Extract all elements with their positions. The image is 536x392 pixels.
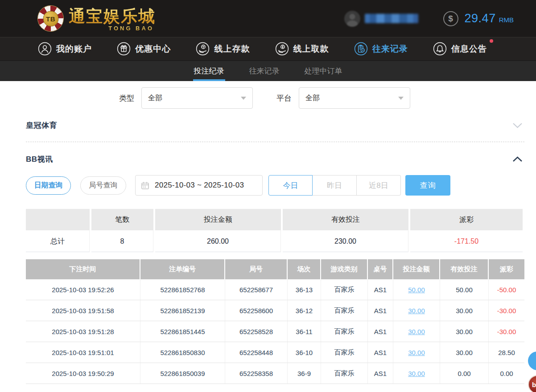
site-title: 通宝娱乐城	[69, 5, 156, 28]
bell-icon	[433, 42, 447, 56]
nav-item-announcements[interactable]: 信息公告	[433, 42, 487, 56]
summary-header-bet-amount: 投注金额	[155, 209, 281, 230]
col-round: 局号	[225, 259, 288, 279]
cell-valid: 50.00	[440, 279, 489, 300]
platform-filter-label: 平台	[276, 93, 292, 103]
summary-total-row: 总计 8 260.00 230.00 -171.50	[26, 230, 524, 252]
tab-bet-records[interactable]: 投注纪录	[194, 61, 224, 81]
cell-table-no: AS1	[368, 300, 393, 321]
site-logo[interactable]: TB 通宝娱乐城 TONG BAO	[38, 5, 156, 32]
col-session: 场次	[288, 259, 321, 279]
cell-bet-id: 522861852139	[140, 300, 225, 321]
summary-header-row: 笔数 投注金额 有效投注 派彩	[26, 209, 524, 230]
chevron-down-icon	[398, 97, 404, 100]
cell-payout: -30.00	[489, 300, 524, 321]
table-row: 2025-10-03 19:51:58 522861852139 6522586…	[26, 300, 524, 321]
bet-amount-link[interactable]: 30.00	[408, 328, 425, 335]
bet-records-table: 下注时间 注单编号 局号 场次 游戏类别 桌号 投注金额 有效投注 派彩 202…	[26, 259, 524, 384]
col-table-no: 桌号	[368, 259, 393, 279]
cell-round: 652258600	[225, 300, 288, 321]
round-query-button[interactable]: 局号查询	[80, 176, 126, 195]
bet-amount-link[interactable]: 30.00	[408, 349, 425, 356]
date-range-input[interactable]: 2025-10-03 ~ 2025-10-03	[135, 175, 263, 196]
table-header-row: 下注时间 注单编号 局号 场次 游戏类别 桌号 投注金额 有效投注 派彩	[26, 259, 524, 279]
cell-time: 2025-10-03 19:52:26	[26, 279, 140, 300]
calendar-icon	[141, 181, 149, 190]
cell-table-no: AS1	[368, 342, 393, 363]
subtab-bar: 投注纪录 往来记录 处理中订单	[0, 60, 536, 81]
search-button[interactable]: 查询	[405, 175, 450, 196]
summary-header-count: 笔数	[91, 209, 153, 230]
cell-session: 36-12	[288, 300, 321, 321]
section-bb-video: BB视讯	[26, 154, 524, 164]
cell-valid: 30.00	[440, 300, 489, 321]
cell-table-no: AS1	[368, 279, 393, 300]
cell-session: 36-11	[288, 321, 321, 342]
nav-item-deposit[interactable]: 线上存款	[196, 42, 250, 56]
gift-icon	[117, 42, 131, 56]
crown-expand-chevron-down-icon[interactable]	[512, 122, 523, 128]
table-row: 2025-10-03 19:52:26 522861852768 6522586…	[26, 279, 524, 300]
withdraw-icon	[275, 42, 289, 56]
bet-amount-link[interactable]: 50.00	[408, 286, 425, 294]
service-letter: b	[532, 381, 536, 388]
tab-transaction-records[interactable]: 往来记录	[249, 61, 280, 81]
chevron-down-icon	[241, 97, 246, 100]
balance-currency: RMB	[499, 16, 514, 24]
summary-header-payout: 派彩	[410, 209, 523, 230]
cell-round: 652258528	[225, 321, 288, 342]
cell-valid: 30.00	[440, 342, 489, 363]
username-redacted	[365, 14, 418, 23]
type-select-value: 全部	[148, 94, 162, 103]
type-filter-label: 类型	[119, 93, 134, 103]
nav-item-promotions[interactable]: 优惠中心	[117, 42, 171, 56]
cell-payout: -50.00	[489, 279, 524, 300]
cell-bet-id: 522861850830	[140, 342, 225, 363]
bet-amount-link[interactable]: 30.00	[408, 370, 425, 377]
platform-select[interactable]: 全部	[299, 87, 410, 109]
summary-header-valid-bet: 有效投注	[283, 209, 408, 230]
user-avatar[interactable]	[344, 11, 360, 27]
cell-valid: 30.00	[440, 321, 489, 342]
nav-item-my-account[interactable]: 我的账户	[38, 42, 92, 56]
bet-amount-link[interactable]: 30.00	[408, 307, 425, 314]
balance-amount: 29.47	[465, 12, 496, 25]
yesterday-button[interactable]: 昨日	[313, 175, 357, 196]
table-row: 2025-10-03 19:50:29 522861850039 6522583…	[26, 363, 524, 384]
cell-session: 36-13	[288, 279, 321, 300]
today-button[interactable]: 今日	[268, 175, 313, 196]
cell-round: 652258677	[225, 279, 288, 300]
cell-game: 百家乐	[321, 342, 368, 363]
nav-item-transaction-records[interactable]: 往来记录	[354, 42, 408, 56]
col-bet-amount: 投注金额	[393, 259, 440, 279]
platform-select-value: 全部	[305, 94, 320, 103]
col-valid-bet: 有效投注	[440, 259, 489, 279]
cell-table-no: AS1	[368, 321, 393, 342]
cell-time: 2025-10-03 19:51:28	[26, 321, 140, 342]
cell-time: 2025-10-03 19:51:58	[26, 300, 140, 321]
cell-valid: 0.00	[440, 363, 489, 384]
top-header: TB 通宝娱乐城 TONG BAO $ 29.47 RMB	[0, 0, 536, 37]
col-payout: 派彩	[489, 259, 524, 279]
nav-item-withdraw[interactable]: 线上取款	[275, 42, 329, 56]
main-nav: 我的账户 优惠中心 线上存款	[0, 37, 536, 60]
cell-payout: 0.00	[489, 363, 524, 384]
tab-pending-orders[interactable]: 处理中订单	[305, 61, 342, 81]
type-select[interactable]: 全部	[141, 87, 253, 109]
cell-payout: -30.00	[489, 321, 524, 342]
cell-bet-id: 522861851445	[140, 321, 225, 342]
cell-game: 百家乐	[321, 321, 368, 342]
last8days-button[interactable]: 近8日	[357, 175, 401, 196]
date-query-button[interactable]: 日期查询	[26, 176, 71, 195]
col-bet-id: 注单编号	[140, 259, 225, 279]
summary-valid-bet-value: 230.00	[283, 230, 408, 252]
cell-session: 36-9	[288, 363, 321, 384]
table-row: 2025-10-03 19:51:01 522861850830 6522584…	[26, 342, 524, 363]
records-icon	[354, 42, 368, 56]
deposit-icon	[196, 42, 210, 56]
bb-collapse-chevron-up-icon[interactable]	[512, 156, 523, 162]
col-bet-time: 下注时间	[26, 259, 140, 279]
cell-game: 百家乐	[321, 363, 368, 384]
section-crown-sports: 皇冠体育	[26, 120, 524, 131]
chip-tb-text: TB	[43, 11, 58, 26]
